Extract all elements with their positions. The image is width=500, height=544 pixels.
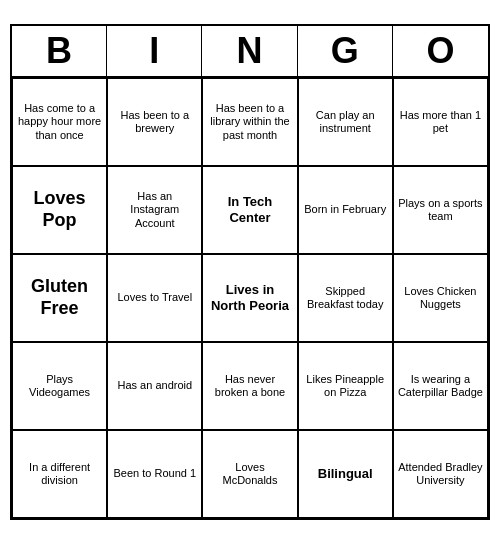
bingo-cell-8[interactable]: Born in February	[298, 166, 393, 254]
bingo-letter-b: B	[12, 26, 107, 76]
bingo-cell-1[interactable]: Has been to a brewery	[107, 78, 202, 166]
bingo-cell-12[interactable]: Lives in North Peoria	[202, 254, 297, 342]
bingo-letter-g: G	[298, 26, 393, 76]
bingo-cell-21[interactable]: Been to Round 1	[107, 430, 202, 518]
bingo-cell-18[interactable]: Likes Pineapple on Pizza	[298, 342, 393, 430]
bingo-header: BINGO	[12, 26, 488, 78]
bingo-cell-14[interactable]: Loves Chicken Nuggets	[393, 254, 488, 342]
bingo-card: BINGO Has come to a happy hour more than…	[10, 24, 490, 520]
bingo-cell-9[interactable]: Plays on a sports team	[393, 166, 488, 254]
bingo-grid: Has come to a happy hour more than onceH…	[12, 78, 488, 518]
bingo-cell-10[interactable]: Gluten Free	[12, 254, 107, 342]
bingo-cell-23[interactable]: Bilingual	[298, 430, 393, 518]
bingo-cell-20[interactable]: In a different division	[12, 430, 107, 518]
bingo-cell-4[interactable]: Has more than 1 pet	[393, 78, 488, 166]
bingo-cell-7[interactable]: In Tech Center	[202, 166, 297, 254]
bingo-cell-24[interactable]: Attended Bradley University	[393, 430, 488, 518]
bingo-letter-i: I	[107, 26, 202, 76]
bingo-cell-15[interactable]: Plays Videogames	[12, 342, 107, 430]
bingo-cell-17[interactable]: Has never broken a bone	[202, 342, 297, 430]
bingo-cell-16[interactable]: Has an android	[107, 342, 202, 430]
bingo-cell-13[interactable]: Skipped Breakfast today	[298, 254, 393, 342]
bingo-cell-6[interactable]: Has an Instagram Account	[107, 166, 202, 254]
bingo-cell-2[interactable]: Has been to a library within the past mo…	[202, 78, 297, 166]
bingo-letter-o: O	[393, 26, 488, 76]
bingo-letter-n: N	[202, 26, 297, 76]
bingo-cell-19[interactable]: Is wearing a Caterpillar Badge	[393, 342, 488, 430]
bingo-cell-11[interactable]: Loves to Travel	[107, 254, 202, 342]
bingo-cell-22[interactable]: Loves McDonalds	[202, 430, 297, 518]
bingo-cell-3[interactable]: Can play an instrument	[298, 78, 393, 166]
bingo-cell-0[interactable]: Has come to a happy hour more than once	[12, 78, 107, 166]
bingo-cell-5[interactable]: Loves Pop	[12, 166, 107, 254]
